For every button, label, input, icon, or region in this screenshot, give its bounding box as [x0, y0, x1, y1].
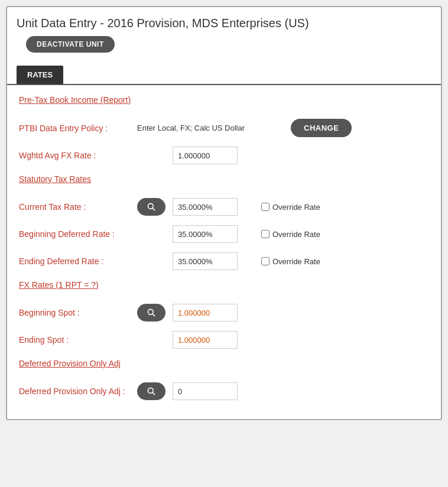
current-tax-rate-input[interactable] — [173, 198, 238, 216]
current-tax-override-label: Override Rate — [272, 203, 320, 212]
beginning-spot-search-button[interactable] — [137, 304, 165, 322]
tabs-bar: RATES — [7, 66, 441, 85]
statutory-tax-rates-link[interactable]: Statutory Tax Rates — [19, 174, 91, 184]
search-icon — [147, 387, 156, 396]
beginning-deferred-rate-label: Beginning Deferred Rate : — [19, 229, 137, 239]
current-tax-override-checkbox[interactable] — [261, 203, 270, 211]
search-icon — [147, 202, 156, 212]
deferred-provision-search-button[interactable] — [137, 382, 165, 400]
ptbi-policy-row: PTBI Data Entry Policy : Enter Local, FX… — [19, 119, 429, 137]
deferred-provision-row: Deferred Provision Only Adj : — [19, 382, 429, 400]
page-title: Unit Data Entry - 2016 Provision, MDS En… — [7, 7, 441, 36]
search-icon — [147, 308, 156, 317]
svg-line-1 — [152, 208, 155, 210]
wghtd-fx-rate-row: Wghtd Avg FX Rate : — [19, 147, 429, 164]
ending-deferred-override-checkbox[interactable] — [261, 257, 270, 265]
ptbi-policy-label: PTBI Data Entry Policy : — [19, 124, 137, 133]
beginning-deferred-override-checkbox[interactable] — [261, 230, 270, 238]
pretax-book-income-link[interactable]: Pre-Tax Book Income (Report) — [19, 95, 131, 105]
current-tax-rate-row: Current Tax Rate : Override Rate — [19, 198, 429, 216]
ending-spot-label: Ending Spot : — [19, 335, 137, 345]
ending-deferred-override-area: Override Rate — [261, 257, 320, 266]
beginning-spot-input[interactable] — [173, 304, 238, 322]
wghtd-fx-rate-label: Wghtd Avg FX Rate : — [19, 151, 137, 160]
deferred-provision-link[interactable]: Deferred Provision Only Adj — [19, 359, 121, 368]
beginning-deferred-rate-input[interactable] — [173, 225, 238, 243]
deferred-provision-input[interactable] — [173, 382, 238, 400]
deactivate-unit-button[interactable]: DEACTIVATE UNIT — [26, 36, 115, 53]
beginning-spot-label: Beginning Spot : — [19, 308, 137, 317]
ending-spot-row: Ending Spot : — [19, 331, 429, 349]
ending-deferred-override-label: Override Rate — [272, 257, 320, 266]
wghtd-fx-rate-input[interactable] — [173, 147, 238, 164]
beginning-spot-row: Beginning Spot : — [19, 304, 429, 322]
beginning-deferred-override-area: Override Rate — [261, 230, 320, 239]
change-button[interactable]: CHANGE — [291, 119, 352, 137]
ending-deferred-rate-row: Ending Deferred Rate : Override Rate — [19, 252, 429, 270]
beginning-deferred-rate-row: Beginning Deferred Rate : Override Rate — [19, 225, 429, 243]
fx-rates-link[interactable]: FX Rates (1 RPT = ?) — [19, 280, 99, 290]
tab-rates[interactable]: RATES — [17, 66, 63, 84]
ptbi-policy-value: Enter Local, FX; Calc US Dollar — [137, 124, 291, 132]
form-area: Pre-Tax Book Income (Report) PTBI Data E… — [7, 85, 441, 419]
ending-spot-input[interactable] — [173, 331, 238, 349]
svg-line-3 — [152, 314, 155, 316]
current-tax-rate-search-button[interactable] — [137, 198, 165, 216]
main-container: Unit Data Entry - 2016 Provision, MDS En… — [6, 6, 442, 420]
deferred-provision-label: Deferred Provision Only Adj : — [19, 387, 137, 396]
svg-line-5 — [152, 392, 155, 395]
beginning-deferred-override-label: Override Rate — [272, 230, 320, 239]
current-tax-rate-label: Current Tax Rate : — [19, 202, 137, 212]
current-tax-override-area: Override Rate — [261, 203, 320, 212]
ending-deferred-rate-input[interactable] — [173, 252, 238, 270]
ending-deferred-rate-label: Ending Deferred Rate : — [19, 257, 137, 266]
